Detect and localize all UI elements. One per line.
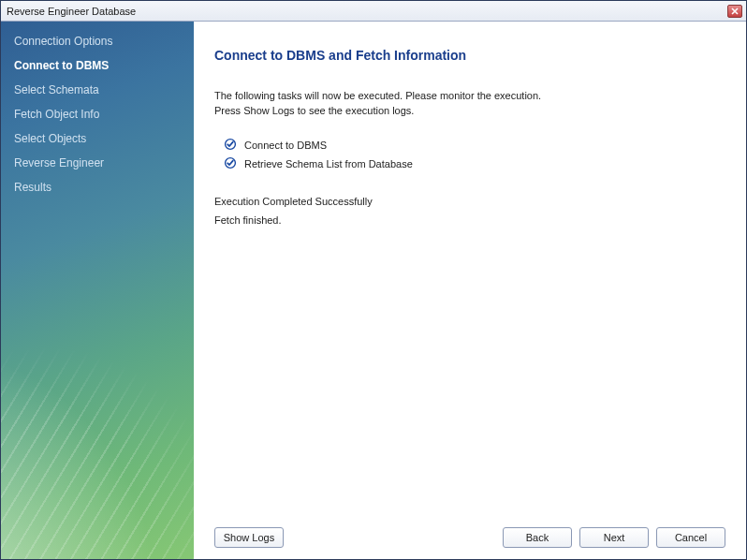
task-row: Connect to DBMS — [224, 138, 725, 153]
check-icon — [224, 138, 237, 153]
step-fetch-object-info[interactable]: Fetch Object Info — [1, 102, 194, 126]
close-icon[interactable] — [727, 5, 742, 18]
task-label: Retrieve Schema List from Database — [244, 158, 413, 169]
step-connection-options[interactable]: Connection Options — [1, 29, 194, 53]
wizard-main-panel: Connect to DBMS and Fetch Information Th… — [194, 22, 746, 559]
status-line: Execution Completed Successfully — [214, 196, 725, 207]
wizard-body: Connection Options Connect to DBMS Selec… — [1, 22, 746, 559]
wizard-window: Reverse Engineer Database Connection Opt… — [0, 0, 747, 560]
back-button[interactable]: Back — [503, 527, 572, 548]
window-title: Reverse Engineer Database — [7, 6, 727, 17]
task-row: Retrieve Schema List from Database — [224, 156, 725, 171]
titlebar: Reverse Engineer Database — [1, 1, 746, 22]
step-connect-to-dbms[interactable]: Connect to DBMS — [1, 53, 194, 78]
intro-line-2: Press Show Logs to see the execution log… — [214, 104, 725, 119]
step-results[interactable]: Results — [1, 175, 194, 199]
task-list: Connect to DBMS Retrieve Schema List fro… — [224, 134, 725, 175]
step-reverse-engineer[interactable]: Reverse Engineer — [1, 151, 194, 175]
task-label: Connect to DBMS — [244, 140, 327, 151]
button-row: Show Logs Back Next Cancel — [214, 520, 725, 548]
check-icon — [224, 156, 237, 171]
status-line: Fetch finished. — [214, 214, 725, 226]
intro-text: The following tasks will now be executed… — [214, 89, 725, 119]
intro-line-1: The following tasks will now be executed… — [214, 89, 725, 104]
page-title: Connect to DBMS and Fetch Information — [214, 48, 725, 63]
step-select-schemata[interactable]: Select Schemata — [1, 78, 194, 102]
show-logs-button[interactable]: Show Logs — [214, 527, 284, 548]
cancel-button[interactable]: Cancel — [656, 527, 725, 548]
wizard-steps-sidebar: Connection Options Connect to DBMS Selec… — [1, 22, 194, 559]
spacer — [214, 229, 725, 520]
next-button[interactable]: Next — [579, 527, 649, 548]
step-select-objects[interactable]: Select Objects — [1, 126, 194, 151]
